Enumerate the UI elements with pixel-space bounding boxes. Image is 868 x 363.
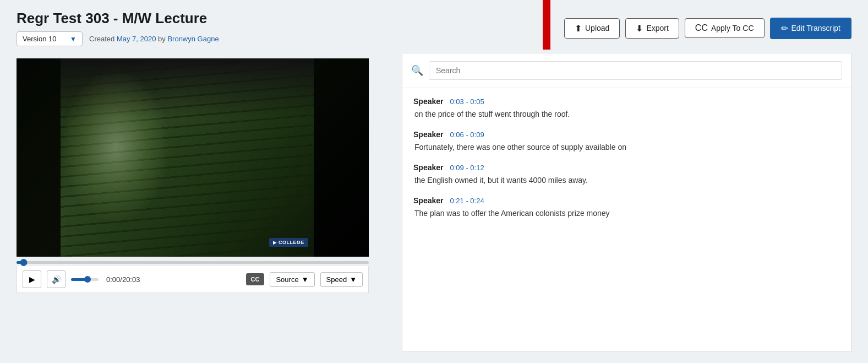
transcript-entry-4: Speaker 0:21 - 0:24 The plan was to offe…	[413, 196, 840, 219]
chevron-down-icon: ▼	[70, 35, 77, 43]
edit-icon: ✏	[781, 23, 788, 34]
progress-bar-container[interactable]	[17, 257, 369, 266]
volume-icon: 🔊	[52, 275, 61, 284]
controls-bar: ▶ 🔊 0:00/20:03 CC Source	[17, 266, 369, 293]
transcript-text-3: the English owned it, but it wants 4000 …	[413, 175, 840, 186]
time-range-2: 0:06 - 0:09	[450, 131, 484, 139]
version-select[interactable]: Version 10 ▼	[17, 31, 83, 46]
version-label: Version 10	[23, 35, 56, 43]
transcript-text-2: Fortunately, there was one other source …	[413, 142, 840, 153]
play-button[interactable]: ▶	[23, 270, 41, 288]
header-buttons: ⬆ Upload ⬇ Export CC Apply To CC ✏ Edit …	[564, 18, 851, 39]
upload-button[interactable]: ⬆ Upload	[564, 18, 620, 39]
college-badge: COLLEGE	[269, 238, 308, 247]
main-content: COLLEGE ▶ 🔊	[0, 53, 868, 363]
video-overlay-left	[17, 58, 61, 257]
speed-label: Speed	[326, 275, 347, 284]
transcript-header-3: Speaker 0:09 - 0:12	[413, 163, 840, 172]
speaker-label-1: Speaker	[413, 97, 443, 106]
search-icon: 🔍	[411, 64, 423, 77]
video-frame: COLLEGE	[17, 58, 369, 257]
header-meta: Version 10 ▼ Created May 7, 2020 by Bron…	[17, 31, 219, 46]
speaker-label-2: Speaker	[413, 130, 443, 139]
page-wrapper: Regr Test 303 - M/W Lecture Version 10 ▼…	[0, 0, 868, 363]
play-icon: ▶	[29, 275, 35, 284]
time-display: 0:00/20:03	[106, 275, 140, 284]
page-title: Regr Test 303 - M/W Lecture	[17, 10, 219, 27]
time-range-1: 0:03 - 0:05	[450, 97, 484, 106]
transcript-body: Speaker 0:03 - 0:05 on the price of the …	[402, 88, 851, 351]
transcript-entry-2: Speaker 0:06 - 0:09 Fortunately, there w…	[413, 130, 840, 153]
search-bar: 🔍	[402, 53, 851, 88]
video-player[interactable]: COLLEGE	[17, 58, 369, 257]
cc-icon: CC	[695, 23, 708, 33]
speaker-label-4: Speaker	[413, 196, 443, 205]
video-overlay-right	[314, 58, 369, 257]
source-label: Source	[276, 275, 298, 284]
export-icon: ⬇	[636, 23, 643, 34]
source-chevron-icon: ▼	[302, 275, 309, 284]
transcript-entry-3: Speaker 0:09 - 0:12 the English owned it…	[413, 163, 840, 186]
time-range-4: 0:21 - 0:24	[450, 197, 484, 205]
edit-transcript-button[interactable]: ✏ Edit Transcript	[770, 18, 851, 39]
source-button[interactable]: Source ▼	[270, 272, 314, 287]
transcript-entry-1: Speaker 0:03 - 0:05 on the price of the …	[413, 97, 840, 120]
cc-toggle-button[interactable]: CC	[246, 273, 265, 285]
export-button[interactable]: ⬇ Export	[625, 18, 679, 39]
transcript-header-1: Speaker 0:03 - 0:05	[413, 97, 840, 106]
transcript-text-4: The plan was to offer the American colon…	[413, 208, 840, 219]
volume-dot	[84, 276, 91, 283]
volume-button[interactable]: 🔊	[47, 270, 65, 288]
transcript-header-4: Speaker 0:21 - 0:24	[413, 196, 840, 205]
progress-dot	[20, 259, 27, 266]
transcript-header-2: Speaker 0:06 - 0:09	[413, 130, 840, 139]
header: Regr Test 303 - M/W Lecture Version 10 ▼…	[0, 0, 868, 53]
upload-icon: ⬆	[575, 23, 582, 34]
transcript-text-1: on the price of the stuff went through t…	[413, 109, 840, 120]
speed-button[interactable]: Speed ▼	[320, 272, 363, 287]
right-panel: 🔍 Speaker 0:03 - 0:05 on the price of th…	[402, 53, 851, 352]
volume-slider[interactable]	[71, 278, 99, 281]
progress-track[interactable]	[17, 261, 369, 264]
header-left: Regr Test 303 - M/W Lecture Version 10 ▼…	[17, 10, 219, 46]
speaker-label-3: Speaker	[413, 163, 443, 172]
time-range-3: 0:09 - 0:12	[450, 164, 484, 172]
speed-chevron-icon: ▼	[350, 275, 357, 284]
apply-to-cc-button[interactable]: CC Apply To CC	[685, 18, 765, 38]
left-panel: COLLEGE ▶ 🔊	[17, 53, 391, 352]
search-input[interactable]	[429, 61, 842, 80]
video-light	[61, 69, 171, 224]
created-info: Created May 7, 2020 by Bronwyn Gagne	[89, 35, 219, 43]
volume-track	[71, 278, 99, 281]
